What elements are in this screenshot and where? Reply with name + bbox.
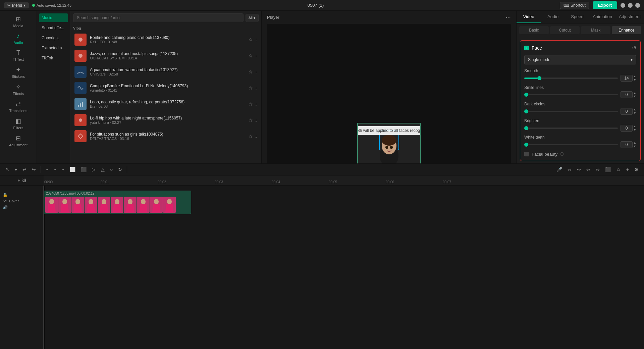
nav-transitions[interactable]: ⇄ Transitions	[3, 98, 34, 115]
favorite-button[interactable]: ☆	[249, 85, 253, 91]
dark-circles-slider[interactable]	[524, 111, 618, 112]
download-button[interactable]: ↓	[255, 37, 257, 42]
filter-button[interactable]: All ▾	[246, 14, 259, 22]
nav-audio[interactable]: ♪ Audio	[3, 31, 34, 47]
tool-emoji[interactable]: ☺	[614, 165, 623, 173]
tool-rotate[interactable]: ↻	[116, 165, 124, 173]
subtab-enhance[interactable]: Enhance	[612, 26, 641, 34]
dark-circles-increment[interactable]: ▲	[633, 108, 636, 111]
track-lock-icon[interactable]: 🔒	[3, 193, 8, 197]
timeline-add-button[interactable]: +	[17, 178, 20, 183]
music-cat-extracted[interactable]: Extracted a...	[39, 44, 68, 52]
tool-crop2[interactable]: ⬛	[79, 165, 89, 173]
favorite-button[interactable]: ☆	[249, 69, 253, 74]
brighten-thumb[interactable]	[524, 126, 528, 130]
tab-video[interactable]: Video	[517, 11, 541, 23]
dark-circles-decrement[interactable]: ▼	[633, 111, 636, 115]
search-input[interactable]	[73, 13, 244, 22]
song-item[interactable]: Aquarium/terrarium warm and fantastic(13…	[72, 64, 260, 80]
tab-audio[interactable]: Audio	[541, 11, 565, 23]
track-visible-icon[interactable]: 👁	[3, 199, 8, 203]
tool-settings[interactable]: ⚙	[632, 165, 641, 173]
smile-lines-decrement[interactable]: ▼	[633, 95, 636, 98]
tool-plus[interactable]: +	[624, 165, 631, 173]
tab-adjustment[interactable]: Adjustment	[615, 11, 644, 23]
song-item[interactable]: Jazzy, sentimental and nostalgic songs(1…	[72, 48, 260, 64]
music-cat-copyright[interactable]: Copyright	[39, 34, 68, 42]
tool-caption[interactable]: ⬛	[603, 165, 613, 173]
smile-lines-increment[interactable]: ▲	[633, 91, 636, 95]
subtab-basic[interactable]: Basic	[519, 26, 549, 34]
player-menu-button[interactable]: ⋯	[505, 14, 511, 20]
subtab-mask[interactable]: Mask	[581, 26, 610, 34]
smooth-slider[interactable]	[524, 78, 618, 79]
download-button[interactable]: ↓	[255, 85, 257, 91]
tool-split3[interactable]: ⌁	[60, 165, 66, 173]
maximize-button[interactable]	[628, 3, 633, 8]
reset-button[interactable]: ↺	[632, 45, 636, 51]
tool-crop[interactable]: ⬜	[68, 165, 77, 173]
favorite-button[interactable]: ☆	[249, 117, 253, 123]
nav-stickers[interactable]: ✦ Stickers	[3, 64, 34, 81]
facial-beauty-label[interactable]: Facial beauty	[532, 152, 557, 157]
nav-adjustment[interactable]: ⊟ Adjustment	[3, 133, 34, 149]
nav-text[interactable]: T TI Text	[3, 47, 34, 63]
tool-select[interactable]: ↖	[3, 165, 11, 173]
song-item[interactable]: Bonfire and calming piano chill out(1137…	[72, 32, 260, 48]
tool-redo[interactable]: ↪	[30, 165, 38, 173]
brighten-slider[interactable]	[524, 128, 618, 129]
white-teeth-slider[interactable]	[524, 144, 618, 145]
timeline-cover-button[interactable]: 🖼	[22, 178, 26, 183]
tab-animation[interactable]: Animation	[589, 11, 615, 23]
white-teeth-increment[interactable]: ▲	[633, 141, 636, 145]
facial-beauty-checkbox[interactable]	[524, 152, 529, 156]
dark-circles-thumb[interactable]	[524, 109, 528, 113]
tool-link3[interactable]: ⇔	[584, 165, 592, 173]
favorite-button[interactable]: ☆	[249, 37, 253, 42]
smooth-thumb[interactable]	[537, 76, 541, 80]
tool-circle[interactable]: ○	[108, 165, 115, 173]
timeline-cursor[interactable]	[44, 186, 44, 349]
face-checkbox[interactable]: ✓	[524, 46, 529, 50]
tool-chevron[interactable]: ▾	[13, 165, 19, 173]
white-teeth-decrement[interactable]: ▼	[633, 145, 636, 148]
video-clip[interactable]: 202405071203.mp4 00:00:02:19	[44, 191, 191, 214]
brighten-increment[interactable]: ▲	[633, 124, 636, 128]
music-cat-music[interactable]: Music	[39, 13, 68, 22]
tool-split2[interactable]: ⌁	[52, 165, 58, 173]
music-cat-tiktok[interactable]: TikTok	[39, 54, 68, 62]
menu-button[interactable]: ✂ Menu ▾	[4, 2, 29, 8]
favorite-button[interactable]: ☆	[249, 134, 253, 139]
tool-triangle[interactable]: △	[99, 165, 107, 173]
download-button[interactable]: ↓	[255, 134, 257, 139]
smooth-increment[interactable]: ▲	[633, 74, 636, 78]
tool-link4[interactable]: ⇔	[594, 165, 602, 173]
download-button[interactable]: ↓	[255, 53, 257, 58]
nav-filters[interactable]: ◧ Filters	[3, 115, 34, 132]
tool-mic[interactable]: 🎤	[554, 165, 564, 173]
tool-link1[interactable]: ⇔	[566, 165, 574, 173]
nav-media[interactable]: ⊞ Media	[3, 13, 34, 30]
minimize-button[interactable]	[621, 3, 625, 8]
download-button[interactable]: ↓	[255, 117, 257, 123]
favorite-button[interactable]: ☆	[249, 53, 253, 58]
white-teeth-thumb[interactable]	[524, 143, 528, 147]
nav-effects[interactable]: ✧ Effects	[3, 81, 34, 98]
shortcut-button[interactable]: ⌨ Shortcut	[560, 2, 589, 9]
tool-link2[interactable]: ⇔	[575, 165, 583, 173]
tool-undo[interactable]: ↩	[20, 165, 29, 173]
smooth-decrement[interactable]: ▼	[633, 78, 636, 82]
export-button[interactable]: Export	[593, 1, 617, 9]
smile-lines-thumb[interactable]	[524, 93, 528, 97]
tab-speed[interactable]: Speed	[565, 11, 589, 23]
song-item[interactable]: Camping/Bonfire Emotional Lo-Fi No Melod…	[72, 80, 260, 96]
download-button[interactable]: ↓	[255, 69, 257, 74]
song-item[interactable]: Lo-fi hip hop with a late night atmosphe…	[72, 112, 260, 128]
song-item[interactable]: For situations such as girls talk(100487…	[72, 128, 260, 144]
song-item[interactable]: Loop, acoustic guitar, refreshing, corpo…	[72, 96, 260, 112]
brighten-decrement[interactable]: ▼	[633, 128, 636, 132]
tool-split[interactable]: ⌁	[44, 165, 50, 173]
mode-select[interactable]: Single mode ▾	[524, 55, 636, 64]
download-button[interactable]: ↓	[255, 101, 257, 107]
close-button[interactable]	[635, 3, 640, 8]
